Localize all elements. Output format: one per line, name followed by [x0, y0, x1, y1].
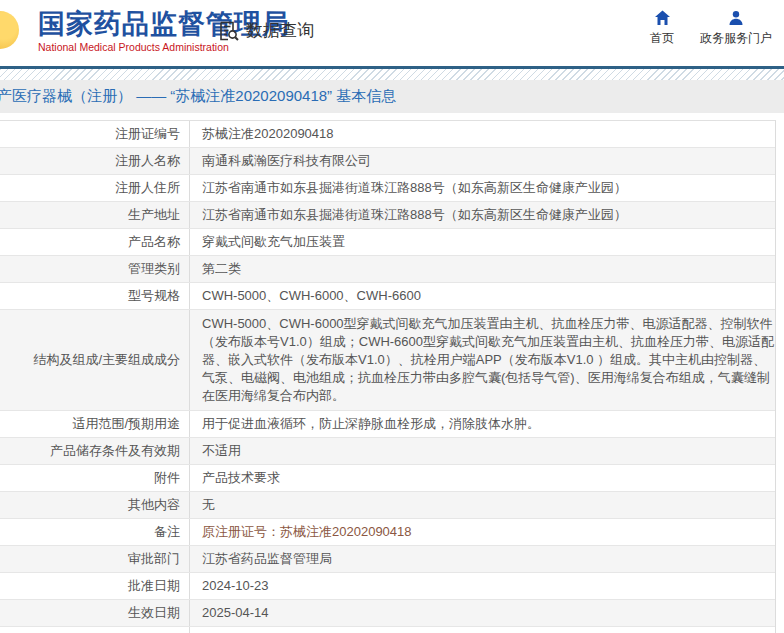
- row-label: 批准日期: [0, 573, 190, 599]
- row-value: 无: [190, 492, 775, 518]
- table-row: 型号规格CWH-5000、CWH-6000、CWH-6600: [0, 283, 775, 310]
- table-row: 注册人名称南通科威瀚医疗科技有限公司: [0, 148, 775, 175]
- table-row: 产品名称穿戴式间歇充气加压装置: [0, 229, 775, 256]
- row-value: 江苏省南通市如东县掘港街道珠江路888号（如东高新区生命健康产业园）: [190, 202, 775, 228]
- row-label: 审批部门: [0, 546, 190, 572]
- nmpa-emblem-icon: [0, 11, 19, 49]
- user-icon: [728, 10, 744, 26]
- row-value: 2025-04-14: [190, 600, 775, 626]
- row-label: 有效期至: [0, 627, 190, 633]
- row-label: 产品名称: [0, 229, 190, 255]
- table-row: 产品储存条件及有效期不适用: [0, 438, 775, 465]
- row-label: 型号规格: [0, 283, 190, 309]
- row-label: 备注: [0, 519, 190, 545]
- row-value: 不适用: [190, 438, 775, 464]
- row-value: 2024-10-23: [190, 573, 775, 599]
- info-table: 注册证编号苏械注准20202090418注册人名称南通科威瀚医疗科技有限公司注册…: [0, 120, 776, 633]
- row-value: 江苏省药品监督管理局: [190, 546, 775, 572]
- main-content: 注册证编号苏械注准20202090418注册人名称南通科威瀚医疗科技有限公司注册…: [0, 120, 784, 633]
- table-row: 有效期至2030-04-13: [0, 627, 775, 633]
- hatch-band: [0, 69, 784, 80]
- site-subtitle: National Medical Products Administration: [38, 40, 290, 54]
- row-value: CWH-5000、CWH-6000型穿戴式间歇充气加压装置由主机、抗血栓压力带、…: [190, 310, 775, 410]
- table-row: 适用范围/预期用途用于促进血液循环，防止深静脉血栓形成，消除肢体水肿。: [0, 411, 775, 438]
- table-row: 注册人住所江苏省南通市如东县掘港街道珠江路888号（如东高新区生命健康产业园）: [0, 175, 775, 202]
- row-value: 苏械注准20202090418: [190, 121, 775, 147]
- top-nav: 首页 政务服务门户: [650, 10, 772, 47]
- site-header: 国家药品监督管理局 National Medical Products Admi…: [0, 0, 784, 66]
- row-label: 结构及组成/主要组成成分: [0, 310, 190, 410]
- table-row: 其他内容无: [0, 492, 775, 519]
- table-row: 备注原注册证号：苏械注准20202090418: [0, 519, 775, 546]
- row-label: 附件: [0, 465, 190, 491]
- row-value: 用于促进血液循环，防止深静脉血栓形成，消除肢体水肿。: [190, 411, 775, 437]
- table-row: 生效日期2025-04-14: [0, 600, 775, 627]
- row-value: 穿戴式间歇充气加压装置: [190, 229, 775, 255]
- nav-home[interactable]: 首页: [650, 10, 674, 47]
- row-label: 注册人住所: [0, 175, 190, 201]
- row-value: 江苏省南通市如东县掘港街道珠江路888号（如东高新区生命健康产业园）: [190, 175, 775, 201]
- data-query-section[interactable]: 数据查询: [218, 19, 314, 42]
- table-row: 附件产品技术要求: [0, 465, 775, 492]
- row-label: 注册证编号: [0, 121, 190, 147]
- row-label: 适用范围/预期用途: [0, 411, 190, 437]
- table-row: 审批部门江苏省药品监督管理局: [0, 546, 775, 573]
- row-label: 注册人名称: [0, 148, 190, 174]
- data-query-label: 数据查询: [246, 19, 314, 42]
- row-value: 2030-04-13: [190, 627, 775, 633]
- row-value: 南通科威瀚医疗科技有限公司: [190, 148, 775, 174]
- table-row: 生产地址江苏省南通市如东县掘港街道珠江路888号（如东高新区生命健康产业园）: [0, 202, 775, 229]
- table-row: 结构及组成/主要组成成分CWH-5000、CWH-6000型穿戴式间歇充气加压装…: [0, 310, 775, 411]
- row-value: CWH-5000、CWH-6000、CWH-6600: [190, 283, 775, 309]
- document-search-icon: [218, 20, 240, 42]
- nav-portal-label: 政务服务门户: [700, 30, 772, 47]
- home-icon: [654, 10, 671, 26]
- table-row: 批准日期2024-10-23: [0, 573, 775, 600]
- nav-portal[interactable]: 政务服务门户: [700, 10, 772, 47]
- nav-home-label: 首页: [650, 30, 674, 47]
- row-label: 管理类别: [0, 256, 190, 282]
- row-label: 生产地址: [0, 202, 190, 228]
- row-value: 原注册证号：苏械注准20202090418: [190, 519, 775, 545]
- row-label: 生效日期: [0, 600, 190, 626]
- table-row: 注册证编号苏械注准20202090418: [0, 121, 775, 148]
- row-label: 产品储存条件及有效期: [0, 438, 190, 464]
- breadcrumb-bar: 国产医疗器械（注册） —— “苏械注准20202090418” 基本信息: [0, 80, 784, 113]
- table-row: 管理类别第二类: [0, 256, 775, 283]
- row-value: 第二类: [190, 256, 775, 282]
- row-value: 产品技术要求: [190, 465, 775, 491]
- row-label: 其他内容: [0, 492, 190, 518]
- breadcrumb: 国产医疗器械（注册） —— “苏械注准20202090418” 基本信息: [0, 87, 396, 106]
